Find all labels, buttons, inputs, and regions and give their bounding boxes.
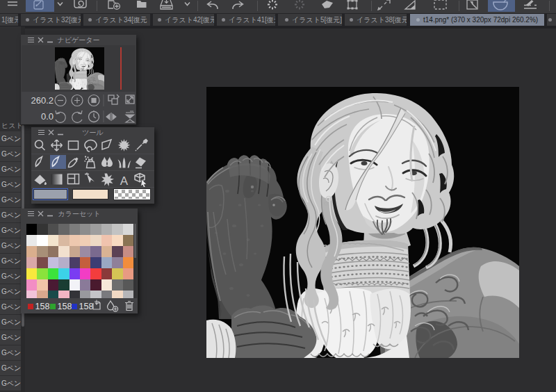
svg-text:158: 158 [58,302,72,311]
svg-text:158: 158 [79,302,94,311]
svg-text:158: 158 [35,302,50,311]
svg-text:A: A [120,174,129,188]
